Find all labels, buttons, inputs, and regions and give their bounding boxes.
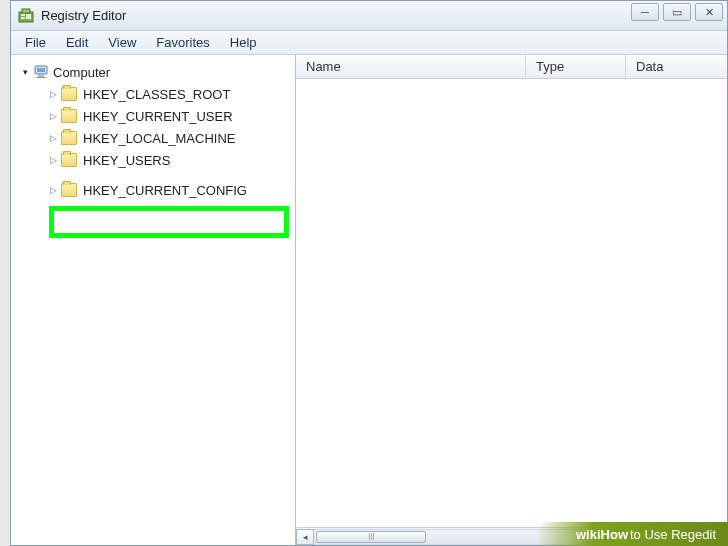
tree-label: Computer (51, 65, 112, 80)
tree-node-computer[interactable]: ▾ Computer (13, 61, 293, 83)
tree-label: HKEY_USERS (81, 153, 172, 168)
regedit-app-icon (17, 7, 35, 25)
expander-icon[interactable]: ▷ (47, 184, 59, 196)
svg-rect-8 (36, 77, 46, 78)
watermark-brand: wikiHow (576, 527, 628, 542)
tree-label: HKEY_CURRENT_USER (81, 109, 235, 124)
tree-node-hkey-local-machine[interactable]: ▷ HKEY_LOCAL_MACHINE (13, 127, 293, 149)
svg-rect-3 (26, 14, 31, 19)
tree-label: HKEY_LOCAL_MACHINE (81, 131, 237, 146)
tree-node-hkey-current-user[interactable]: ▷ HKEY_CURRENT_USER (13, 105, 293, 127)
expander-icon[interactable]: ▷ (47, 154, 59, 166)
svg-rect-1 (21, 14, 25, 16)
minimize-button[interactable]: ─ (631, 3, 659, 21)
scroll-thumb[interactable] (316, 531, 426, 543)
maximize-button[interactable]: ▭ (663, 3, 691, 21)
titlebar[interactable]: Registry Editor ─ ▭ ✕ (11, 1, 727, 31)
column-headers: Name Type Data (296, 55, 727, 79)
registry-editor-window: Registry Editor ─ ▭ ✕ File Edit View Fav… (10, 0, 728, 546)
tree-node-hkey-current-config[interactable]: ▷ HKEY_CURRENT_CONFIG (13, 179, 293, 201)
menu-bar: File Edit View Favorites Help (11, 31, 727, 55)
client-area: ▾ Computer ▷ HKEY_CLASSES_ROOT ▷ (11, 55, 727, 545)
svg-rect-2 (21, 17, 25, 19)
folder-icon (61, 153, 77, 167)
menu-favorites[interactable]: Favorites (148, 33, 217, 52)
column-header-data[interactable]: Data (626, 55, 727, 78)
folder-icon (61, 131, 77, 145)
menu-view[interactable]: View (100, 33, 144, 52)
column-header-type[interactable]: Type (526, 55, 626, 78)
menu-help[interactable]: Help (222, 33, 265, 52)
svg-rect-4 (22, 9, 30, 13)
tree-view[interactable]: ▾ Computer ▷ HKEY_CLASSES_ROOT ▷ (11, 55, 296, 545)
expander-icon[interactable]: ▷ (47, 88, 59, 100)
svg-rect-6 (37, 68, 45, 72)
list-view: Name Type Data ◂ ▸ (296, 55, 727, 545)
window-controls: ─ ▭ ✕ (631, 3, 723, 21)
tree-label: HKEY_CURRENT_CONFIG (81, 183, 249, 198)
column-header-name[interactable]: Name (296, 55, 526, 78)
menu-file[interactable]: File (17, 33, 54, 52)
list-body[interactable] (296, 79, 727, 527)
menu-edit[interactable]: Edit (58, 33, 96, 52)
watermark-text: to Use Regedit (630, 527, 716, 542)
tree-node-hkey-classes-root[interactable]: ▷ HKEY_CLASSES_ROOT (13, 83, 293, 105)
window-title: Registry Editor (41, 8, 126, 23)
computer-icon (33, 64, 51, 80)
expander-icon[interactable]: ▾ (19, 66, 31, 78)
expander-icon[interactable]: ▷ (47, 110, 59, 122)
tree-node-hkey-users[interactable]: ▷ HKEY_USERS (13, 149, 293, 171)
expander-icon[interactable]: ▷ (47, 132, 59, 144)
svg-rect-7 (38, 75, 44, 77)
wikihow-watermark: wikiHow to Use Regedit (536, 522, 728, 546)
folder-icon (61, 183, 77, 197)
close-button[interactable]: ✕ (695, 3, 723, 21)
folder-icon (61, 87, 77, 101)
instruction-highlight (49, 206, 289, 238)
scroll-left-button[interactable]: ◂ (296, 529, 314, 545)
tree-label: HKEY_CLASSES_ROOT (81, 87, 232, 102)
folder-icon (61, 109, 77, 123)
